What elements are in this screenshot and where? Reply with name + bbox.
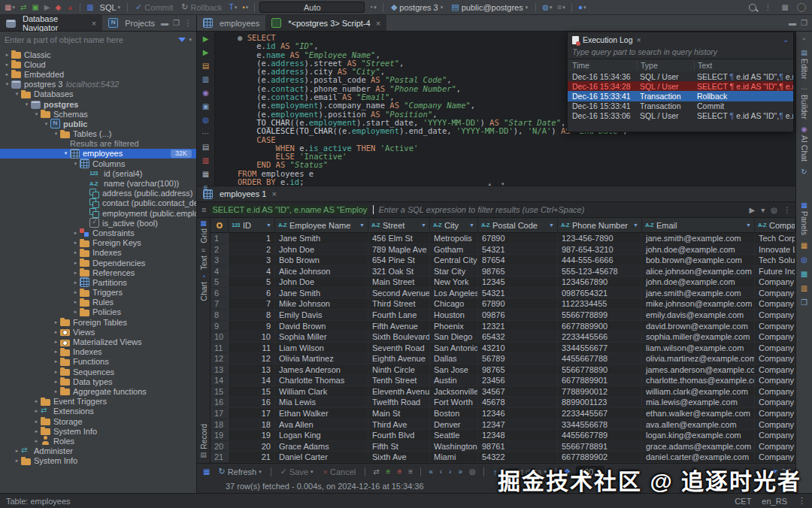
tree-chevron-icon[interactable]: ▾ bbox=[52, 131, 60, 137]
table-row[interactable]: 99David BrownFifth AvenuePhoenix12321667… bbox=[211, 321, 795, 332]
data-cell[interactable]: ava.allen@example.com bbox=[642, 419, 755, 430]
data-cell[interactable]: Main Street bbox=[368, 277, 430, 287]
data-cell[interactable]: Main St bbox=[368, 408, 430, 419]
data-cell[interactable]: 321 Oak St bbox=[368, 266, 430, 277]
column-header-gutter[interactable] bbox=[211, 218, 229, 232]
data-cell[interactable]: Company N bbox=[755, 419, 795, 430]
row-number-cell[interactable]: 4 bbox=[211, 266, 229, 277]
tool-windows-icon[interactable]: ▦ bbox=[780, 2, 790, 14]
sort-chevron-icon[interactable]: ▼ bbox=[633, 222, 638, 228]
data-cell[interactable]: San Antonio bbox=[430, 343, 478, 353]
profiler-shield-icon[interactable]: ▲ bbox=[65, 2, 75, 14]
data-cell[interactable]: Charlotte Thomas bbox=[275, 375, 368, 386]
more-dots-icon[interactable]: ⋯ bbox=[202, 129, 210, 138]
table-row[interactable]: 1313James AndersonNinth CircleSan Jose98… bbox=[211, 364, 795, 376]
table-row[interactable]: 55John DoeMain StreetNew York12345123456… bbox=[211, 277, 795, 288]
data-cell[interactable]: 2 bbox=[229, 244, 275, 255]
table-row[interactable]: 33Bob Brown654 Pine StCentral City876544… bbox=[211, 255, 795, 266]
column-header-email[interactable]: A-ZEmail▼ bbox=[642, 218, 755, 232]
data-cell[interactable]: Company D bbox=[755, 310, 795, 320]
schema-select[interactable]: ▤public@postgres▾ bbox=[448, 2, 531, 14]
data-cell[interactable]: Mike Johnson bbox=[275, 298, 368, 309]
data-cell[interactable]: Jane Smith bbox=[275, 288, 368, 298]
data-cell[interactable]: bob.brown@example.com bbox=[642, 255, 755, 265]
next-page-icon[interactable]: › bbox=[447, 466, 453, 478]
data-cell[interactable]: Boston bbox=[430, 408, 478, 419]
go-to-row-icon[interactable]: ◎ bbox=[468, 466, 477, 478]
minimize-icon[interactable]: ▬ bbox=[161, 19, 168, 27]
data-cell[interactable]: Company G bbox=[755, 343, 795, 353]
tree-item-contact-public-contact-details-[interactable]: contact (public.contact_details) bbox=[0, 198, 196, 208]
tree-chevron-icon[interactable]: ▸ bbox=[52, 329, 60, 335]
tree-chevron-icon[interactable]: ▸ bbox=[71, 280, 80, 286]
data-cell[interactable]: liam.wilson@example.com bbox=[642, 343, 755, 353]
data-cell[interactable]: Logan King bbox=[275, 430, 368, 440]
row-number-cell[interactable]: 9 bbox=[211, 321, 229, 331]
data-cell[interactable]: Tech Corp bbox=[755, 233, 795, 243]
tree-item-dependencies[interactable]: ▸Dependencies bbox=[0, 258, 196, 268]
table-row[interactable]: 1414Charlotte ThomasTenth StreetAustin23… bbox=[211, 375, 795, 386]
settings-gear-icon[interactable]: ◎ bbox=[771, 206, 777, 214]
data-cell[interactable]: Jane Smith bbox=[275, 233, 368, 243]
data-cell[interactable]: Mia Lewis bbox=[275, 397, 368, 407]
data-cell[interactable]: Ava Allen bbox=[275, 419, 368, 430]
terminal-icon[interactable]: ▣ bbox=[202, 102, 209, 111]
data-cell[interactable]: 5566778891 bbox=[558, 441, 642, 452]
data-cell[interactable]: william.clark@example.com bbox=[642, 386, 755, 397]
sort-chevron-icon[interactable]: ▼ bbox=[359, 222, 365, 228]
tab-database-navigator[interactable]: Database Navigator× bbox=[0, 15, 102, 31]
tab-employees[interactable]: employees bbox=[197, 15, 265, 31]
view-tab-text[interactable]: ≡Text bbox=[199, 246, 208, 270]
data-cell[interactable]: 12321 bbox=[478, 321, 558, 331]
collapse-chevron-icon[interactable]: ⌄ bbox=[783, 36, 789, 44]
data-cell[interactable]: sophia.miller@example.com bbox=[642, 331, 755, 342]
row-number-cell[interactable]: 15 bbox=[211, 386, 229, 397]
row-number-cell[interactable]: 17 bbox=[211, 408, 229, 419]
data-cell[interactable]: 54321 bbox=[478, 288, 558, 298]
data-cell[interactable]: daniel.carter@example.com bbox=[642, 452, 755, 462]
close-icon[interactable]: × bbox=[271, 189, 276, 198]
data-cell[interactable]: olivia.martinez@example.com bbox=[642, 353, 755, 364]
data-cell[interactable]: 14 bbox=[229, 375, 275, 386]
commit-button[interactable]: ✓Commit bbox=[132, 2, 176, 14]
tree-item-extensions[interactable]: ▸Extensions bbox=[0, 407, 196, 416]
column-header-phone-number[interactable]: A-ZPhone Number▼ bbox=[558, 218, 642, 232]
datasource-select[interactable]: ◆postgres 3▾ bbox=[388, 2, 446, 14]
tree-chevron-icon[interactable]: ▾ bbox=[23, 101, 31, 107]
attach-file-icon[interactable]: ▤ bbox=[202, 62, 209, 71]
data-cell[interactable]: 1 bbox=[229, 233, 275, 243]
tree-chevron-icon[interactable]: ▾ bbox=[62, 150, 70, 156]
data-cell[interactable]: Innovate Ltd bbox=[755, 244, 795, 255]
tree-chevron-icon[interactable]: ▸ bbox=[52, 319, 60, 325]
table-row[interactable]: 1515William ClarkEleventh AvenueJacksonv… bbox=[211, 386, 795, 398]
tree-chevron-icon[interactable]: ▾ bbox=[42, 121, 50, 127]
data-cell[interactable]: Company A bbox=[755, 277, 795, 287]
data-cell[interactable]: 98765 bbox=[478, 266, 558, 277]
tree-chevron-icon[interactable]: ▸ bbox=[3, 52, 11, 58]
column-header-employee-name[interactable]: A-ZEmployee Name▼ bbox=[275, 218, 368, 232]
filter-sql-text[interactable]: SELECT e.id AS "ID", e.name AS "Employ bbox=[211, 205, 368, 214]
filter-options-icon[interactable]: ▾ bbox=[761, 206, 765, 214]
tree-item-indexes[interactable]: ▸Indexes bbox=[0, 248, 196, 258]
data-cell[interactable]: Company J bbox=[755, 375, 795, 386]
splitter-down-icon[interactable]: ▾ bbox=[501, 181, 504, 187]
data-cell[interactable]: 19 bbox=[229, 430, 275, 440]
pin-result-icon[interactable]: ▦ bbox=[201, 466, 211, 478]
log-row[interactable]: Dec-16 15:34:36SQL / UserSELECT ¶ e.id A… bbox=[568, 71, 793, 81]
data-cell[interactable]: 123-456-7890 bbox=[558, 233, 642, 243]
tree-item-cloud[interactable]: ▸Cloud bbox=[0, 59, 196, 69]
data-cell[interactable]: mike.johnson@example.com bbox=[642, 298, 755, 309]
tree-chevron-icon[interactable]: ▸ bbox=[52, 369, 60, 375]
tree-item-name-varchar-100-[interactable]: A-Zname (varchar(100)) bbox=[0, 178, 196, 188]
column-header-company[interactable]: A-ZCompany▼ bbox=[755, 218, 795, 232]
data-cell[interactable]: 654 Pine St bbox=[368, 255, 430, 265]
data-cell[interactable]: 10 bbox=[229, 331, 275, 342]
tree-item-functions[interactable]: ▸Functions bbox=[0, 357, 196, 367]
data-cell[interactable]: 43210 bbox=[478, 343, 558, 353]
data-cell[interactable]: New York bbox=[430, 277, 478, 287]
tree-chevron-icon[interactable]: ▾ bbox=[3, 81, 11, 87]
data-cell[interactable]: Company F bbox=[755, 331, 795, 342]
tree-item-postgres-3[interactable]: ▾postgres 3localhost:5432 bbox=[0, 80, 196, 89]
sort-chevron-icon[interactable]: ▼ bbox=[421, 222, 426, 228]
ai-assistant-icon[interactable]: ◉ bbox=[202, 89, 209, 98]
